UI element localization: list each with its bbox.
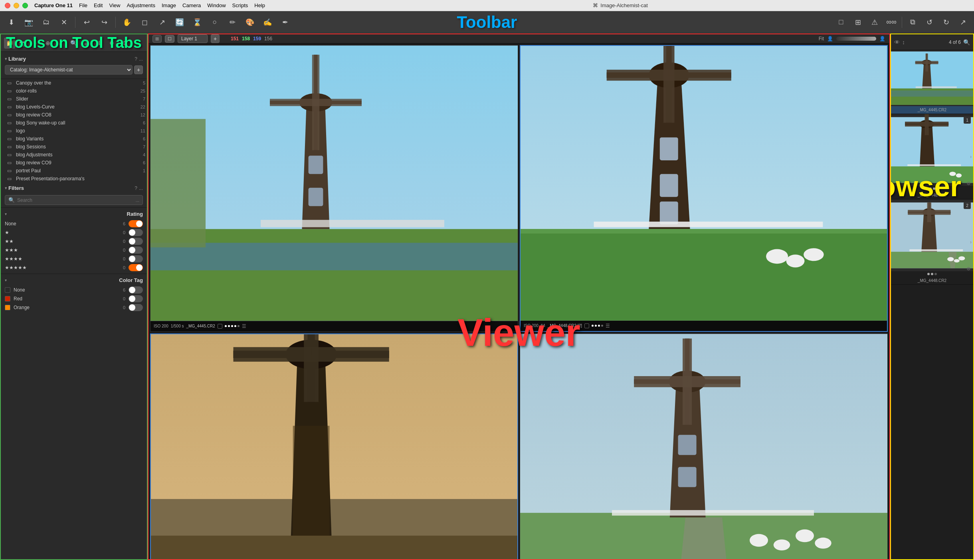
menubar-scripts[interactable]: Scripts [232,2,248,8]
browser-expand-icon-2[interactable]: › [970,154,972,160]
exposure-bar[interactable] [836,37,876,41]
browser-item-1[interactable]: _MG_4445.CR2 [891,50,973,114]
browser-expand-icon-3[interactable]: › [970,239,972,245]
rating-toggle-3star[interactable] [129,246,143,254]
album-item-portret[interactable]: ▭ portret Paul 1 [1,167,147,175]
close-image-button[interactable]: ✕ [57,15,71,30]
photo-cell-1[interactable]: ISO 200 1/500 s _MG_4445.CR2 ☰ [150,45,518,332]
menubar-adjustments[interactable]: Adjustments [127,2,155,8]
edit-button[interactable]: □ [834,15,848,30]
album-item-color-rolls[interactable]: ▭ color-rolls 25 [1,87,147,95]
photo-cell-3[interactable]: ISO 200 f/4 _MG_4455.CR2 [2] ☰ [150,333,518,560]
tab-info[interactable]: ℹ [93,37,105,49]
menubar-file[interactable]: File [79,2,87,8]
menubar-image[interactable]: Image [162,2,176,8]
browser-item-3[interactable]: 2 ⚙ _MG_4448.CR2 › [891,199,973,285]
rotate-right-button[interactable]: ↻ [939,15,953,30]
photo-cell-4[interactable]: ISO 200 1/1600 s _MG_4456.CR2 ☰ [520,333,888,560]
copy-button[interactable]: ⧉ [905,15,920,30]
catalog-dropdown[interactable]: Catalog: Image-Alchemist-cat [5,65,133,75]
grid-button[interactable]: ⊞ [851,15,865,30]
tab-list[interactable]: ☰ [81,37,92,49]
photo-cell-2[interactable]: ISO 200 f/4 _MG_4448.CR2 [2] ☰ [520,45,888,332]
rating-header[interactable]: ▾ Rating [5,209,143,219]
viewer-grid-btn[interactable]: ⊞ [152,35,162,43]
search-more-button[interactable]: ... [136,198,139,203]
brush-button[interactable]: ✏ [225,15,240,30]
album-item-canopy[interactable]: ▭ Canopy over the 5 [1,79,147,87]
menubar-view[interactable]: View [109,2,120,8]
folder-button[interactable]: 🗂 [39,15,53,30]
healing-button[interactable]: ✍ [260,15,275,30]
tab-library[interactable]: 📁 [4,37,15,49]
filters-help[interactable]: ? [135,185,137,191]
lasso-button[interactable]: ○ [208,15,222,30]
redo-button[interactable]: ↪ [97,15,111,30]
color-tag-toggle-orange[interactable] [129,304,143,311]
filters-header[interactable]: ▾ Filters ? ... [1,183,147,193]
layer-select[interactable]: Layer 1 [178,34,208,43]
warning-button[interactable]: ⚠ [867,15,882,30]
minimize-button[interactable] [14,3,19,8]
album-item-sony[interactable]: ▭ blog Sony wake-up call 6 [1,119,147,127]
browser-gear-icon-3[interactable]: ⚙ [966,266,971,272]
album-item-co8[interactable]: ▭ blog review CO8 12 [1,111,147,119]
undo-button[interactable]: ↩ [79,15,94,30]
photo-menu-1[interactable]: ☰ [242,323,246,329]
rating-toggle-4star[interactable] [129,255,143,262]
menubar-window[interactable]: Window [207,2,226,8]
camera-button[interactable]: 📷 [22,15,36,30]
tab-circle[interactable]: ○ [30,37,41,49]
tab-plus[interactable]: ⊕ [42,37,53,49]
album-item-preset[interactable]: ▭ Preset Presentation-panorama's [1,175,147,183]
photo-checkbox-1[interactable] [218,324,222,329]
viewer-single-btn[interactable]: ☐ [165,35,174,43]
tab-capture[interactable]: 📷 [17,37,28,49]
menubar-edit[interactable]: Edit [94,2,103,8]
search-input[interactable] [17,197,133,203]
crop-button[interactable]: ↗ [155,15,169,30]
rotate-button[interactable]: 🔄 [172,15,187,30]
album-item-logo[interactable]: ▭ logo 11 [1,127,147,135]
menubar-camera[interactable]: Camera [182,2,201,8]
tab-settings[interactable]: ⚙ [106,37,117,49]
library-help[interactable]: ? [135,56,137,62]
pan-button[interactable]: ✋ [120,15,134,30]
photo-checkbox-2[interactable] [584,323,589,328]
album-item-slider[interactable]: ▭ Slider 7 [1,95,147,103]
rating-toggle-1star[interactable] [129,229,143,236]
rating-toggle-2star[interactable] [129,238,143,245]
album-item-variants[interactable]: ▭ blog Variants 6 [1,135,147,143]
search-browser-icon[interactable]: 🔍 [963,39,970,45]
tab-house[interactable]: ⌂ [55,37,66,49]
color-tag-toggle-red[interactable] [129,295,143,302]
filters-more[interactable]: ... [139,185,143,191]
browser-gear-icon-2[interactable]: ⚙ [966,181,971,186]
rotate-left-button[interactable]: ↺ [922,15,936,30]
browser-item-2[interactable]: 1 ⚙ _MG_4448.CR2 › [891,114,973,199]
close-button[interactable] [5,3,10,8]
add-layer-button[interactable]: + [211,34,220,43]
clone-button[interactable]: ✒ [278,15,292,30]
library-header[interactable]: ▾ Library ? ... [5,54,143,63]
tab-settings2[interactable]: ⚙ [119,37,130,49]
keystoning-button[interactable]: ⌛ [190,15,204,30]
album-item-co9[interactable]: ▭ blog review CO9 6 [1,159,147,167]
arrow-button[interactable]: ↗ [956,15,970,30]
color-tag-toggle-none[interactable] [129,286,143,294]
loupe-button[interactable]: ∞∞ [884,15,899,30]
album-item-sessions[interactable]: ▭ blog Sessions 7 [1,143,147,151]
zoom-button[interactable] [22,3,28,8]
catalog-add-button[interactable]: + [134,65,143,74]
album-item-levels[interactable]: ▭ blog Levels-Curve 22 [1,103,147,111]
import-button[interactable]: ⬇ [4,15,18,30]
menubar-help[interactable]: Help [254,2,265,8]
color-tag-header[interactable]: ▾ Color Tag [5,276,143,286]
rating-toggle-none[interactable] [129,220,143,227]
gradient-button[interactable]: 🎨 [243,15,257,30]
library-more[interactable]: ... [139,56,143,62]
photo-menu-2[interactable]: ☰ [606,323,610,329]
tab-search[interactable]: 🔍 [68,37,79,49]
select-button[interactable]: ◻ [137,15,152,30]
album-item-adjustments[interactable]: ▭ blog Adjustments 4 [1,151,147,159]
